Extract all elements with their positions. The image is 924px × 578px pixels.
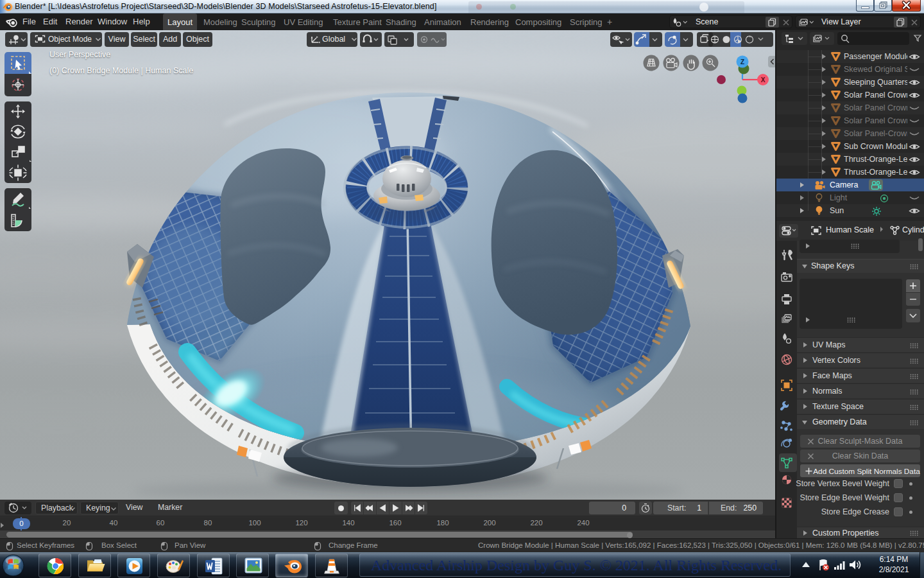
svg-text:Z: Z [740,58,744,66]
svg-text:X: X [761,76,766,83]
